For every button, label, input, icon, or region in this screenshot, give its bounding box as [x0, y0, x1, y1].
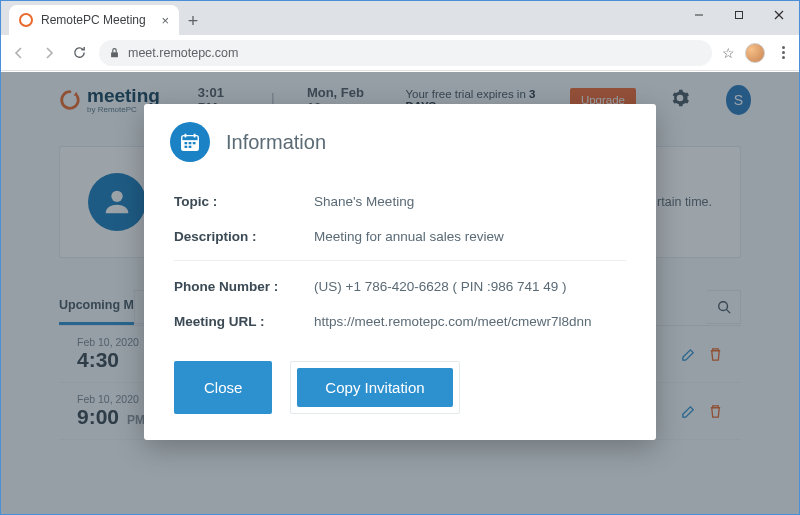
tab-strip: RemotePC Meeting × +	[1, 1, 799, 35]
label-url: Meeting URL :	[174, 314, 314, 329]
svg-rect-1	[736, 12, 743, 19]
divider	[174, 260, 626, 261]
modal-title: Information	[226, 131, 326, 154]
minimize-button[interactable]	[679, 1, 719, 29]
value-phone: (US) +1 786-420-6628 ( PIN :986 741 49 )	[314, 279, 626, 294]
value-url: https://meet.remotepc.com/meet/cmewr7l8d…	[314, 314, 626, 329]
svg-rect-13	[185, 142, 188, 144]
forward-button[interactable]	[39, 43, 59, 63]
svg-rect-14	[189, 142, 192, 144]
address-bar-row: meet.remotepc.com ☆	[1, 35, 799, 71]
svg-rect-4	[111, 52, 118, 57]
label-topic: Topic :	[174, 194, 314, 209]
tab-close-icon[interactable]: ×	[161, 13, 169, 28]
lock-icon	[109, 47, 120, 59]
app-page: meeting by RemotePC 3:01 PM | Mon, Feb 1…	[1, 72, 799, 515]
maximize-button[interactable]	[719, 1, 759, 29]
close-button[interactable]: Close	[174, 361, 272, 414]
favicon-icon	[19, 13, 33, 27]
browser-tab[interactable]: RemotePC Meeting ×	[9, 5, 179, 35]
bookmark-icon[interactable]: ☆	[722, 45, 735, 61]
modal-footer: Close Copy Invitation	[144, 339, 656, 414]
close-window-button[interactable]	[759, 1, 799, 29]
reload-button[interactable]	[69, 43, 89, 63]
label-description: Description :	[174, 229, 314, 244]
browser-menu-button[interactable]	[775, 46, 791, 59]
modal-body: Topic : Shane's Meeting Description : Me…	[144, 178, 656, 339]
address-bar[interactable]: meet.remotepc.com	[99, 40, 712, 66]
back-button[interactable]	[9, 43, 29, 63]
svg-rect-16	[185, 146, 188, 148]
copy-button-frame: Copy Invitation	[290, 361, 459, 414]
label-phone: Phone Number :	[174, 279, 314, 294]
calendar-icon	[170, 122, 210, 162]
tab-title: RemotePC Meeting	[41, 13, 146, 27]
profile-avatar-icon[interactable]	[745, 43, 765, 63]
copy-invitation-button[interactable]: Copy Invitation	[297, 368, 452, 407]
new-tab-button[interactable]: +	[179, 7, 207, 35]
value-description: Meeting for annual sales review	[314, 229, 626, 244]
svg-rect-17	[189, 146, 192, 148]
modal-header: Information	[144, 104, 656, 178]
information-modal: Information Topic : Shane's Meeting Desc…	[144, 104, 656, 440]
modal-overlay[interactable]: Information Topic : Shane's Meeting Desc…	[1, 72, 799, 515]
value-topic: Shane's Meeting	[314, 194, 626, 209]
browser-chrome: RemotePC Meeting × + meet.remotepc.com ☆	[1, 1, 799, 72]
svg-rect-15	[193, 142, 196, 144]
url-text: meet.remotepc.com	[128, 46, 238, 60]
window-controls	[679, 1, 799, 29]
